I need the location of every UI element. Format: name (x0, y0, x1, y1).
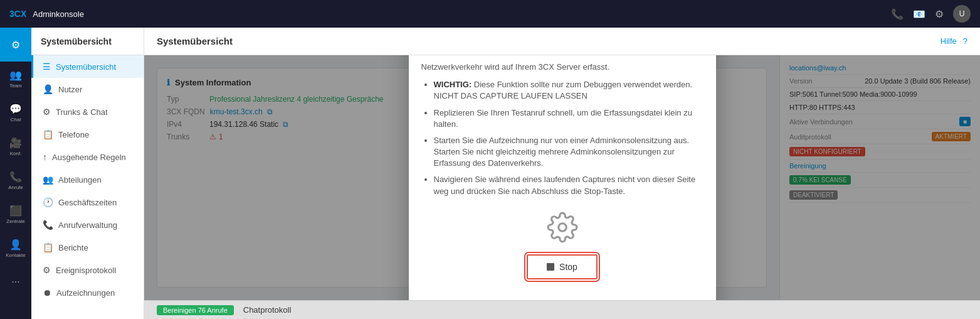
chat-icon: 💬 (9, 103, 22, 115)
geschaeftszeiten-icon: 🕐 (43, 197, 53, 207)
nav-sidebar: Systemübersicht ☰ Systemübersicht 👤 Nutz… (31, 28, 144, 319)
sidebar-icon-zentrale[interactable]: ⬛ Zentrale (0, 197, 31, 231)
sidebar-item-abteilungen[interactable]: 👥 Abteilungen (31, 168, 144, 191)
sidebar-item-label-ausgehende: Ausgehende Regeln (52, 153, 126, 162)
top-right-area: Hilfe ? (940, 36, 967, 46)
bottom-bar: Bereinigen 76 Anrufe Chatprotokoll (144, 300, 980, 319)
anrufe-icon-label: Anrufe (8, 185, 23, 190)
sidebar-item-trunks-chat[interactable]: ⚙ Trunks & Chat (31, 100, 144, 123)
sidebar-item-label-abteilungen: Abteilungen (58, 175, 102, 185)
stop-button-label: Stop (559, 262, 577, 272)
help-link[interactable]: Hilfe (940, 36, 957, 46)
sidebar-item-nutzer[interactable]: 👤 Nutzer (31, 78, 144, 100)
help-question-icon: ? (963, 36, 967, 46)
konf-icon: 🎥 (9, 137, 22, 149)
ereignis-icon: ⚙ (43, 265, 51, 275)
zentrale-icon: ⬛ (9, 205, 22, 217)
telefone-icon: 📋 (43, 129, 53, 139)
sidebar-item-berichte[interactable]: 📋 Berichte (31, 236, 144, 259)
sidebar-item-label-nutzer: Nutzer (58, 85, 82, 94)
sidebar-item-aufzeichnungen[interactable]: ⏺ Aufzeichnungen (31, 281, 144, 304)
phone-icon[interactable]: 📞 (891, 8, 904, 20)
sidebar-item-ereignisprotokoll[interactable]: ⚙ Ereignisprotokoll (31, 259, 144, 281)
modal-backdrop: Verkehr in Echtzeit erfassen × Netzwerkv… (144, 55, 980, 300)
chatprotokoll-label: Chatprotokoll (243, 305, 292, 315)
body-area: ⚙ 👥 Team 💬 Chat 🎥 Konf. 📞 Anrufe ⬛ Zentr… (0, 28, 980, 319)
modal-bullet-list: WICHTIG: Diese Funktion sollte nur zum D… (421, 79, 703, 197)
sidebar-icon-anrufe[interactable]: 📞 Anrufe (0, 163, 31, 197)
anrufe-icon: 📞 (9, 171, 22, 183)
icon-sidebar: ⚙ 👥 Team 💬 Chat 🎥 Konf. 📞 Anrufe ⬛ Zentr… (0, 28, 31, 319)
sidebar-item-label-geschaeftszeiten: Geschäftszeiten (58, 198, 117, 207)
modal-dialog: Verkehr in Echtzeit erfassen × Netzwerkv… (409, 55, 716, 300)
sidebar-icon-team[interactable]: 👥 Team (0, 62, 31, 95)
modal-gear-area (421, 202, 703, 249)
sidebar-icon-settings[interactable]: ⚙ (0, 28, 31, 62)
kontakte-icon: 👤 (9, 239, 22, 251)
sidebar-item-telefone[interactable]: 📋 Telefone (31, 123, 144, 146)
team-icon-label: Team (9, 83, 22, 89)
trunks-icon: ⚙ (43, 107, 51, 117)
gear-icon-svg (547, 212, 578, 243)
modal-bullet-3: Starten Sie die Aufzeichnung nur von ein… (434, 135, 703, 170)
header-icons: 📞 📧 ⚙ U (891, 5, 971, 23)
nav-sidebar-title: Systemübersicht (41, 36, 112, 46)
sidebar-item-geschaeftszeiten[interactable]: 🕐 Geschäftszeiten (31, 191, 144, 214)
voicemail-icon[interactable]: 📧 (913, 8, 925, 20)
sidebar-item-label-telefone: Telefone (58, 130, 89, 139)
modal-body: Netzwerkverkehr wird auf Ihrem 3CX Serve… (409, 55, 716, 300)
page-title: Systemübersicht (157, 36, 233, 46)
sidebar-icon-kontakte[interactable]: 👤 Kontakte (0, 231, 31, 265)
sidebar-item-anrufverwaltung[interactable]: 📞 Anrufverwaltung (31, 214, 144, 236)
systemuebersicht-icon: ☰ (43, 62, 51, 72)
brand-name: Adminkonsole (33, 9, 84, 19)
svg-point-0 (558, 224, 566, 232)
nav-sidebar-header: Systemübersicht (31, 28, 144, 55)
app-header: 3CX Adminkonsole 📞 📧 ⚙ U (0, 0, 980, 28)
sidebar-icon-more[interactable]: ··· (0, 265, 31, 299)
user-avatar[interactable]: U (953, 5, 971, 23)
konf-icon-label: Konf. (10, 151, 22, 156)
modal-description: Netzwerkverkehr wird auf Ihrem 3CX Serve… (421, 62, 703, 72)
stop-square-icon (547, 263, 554, 271)
modal-bullet-2: Replizieren Sie Ihren Testanruf schnell,… (434, 107, 703, 130)
modal-bullet-1-strong: WICHTIG: (434, 80, 472, 89)
sidebar-item-label-systemuebersicht: Systemübersicht (56, 62, 116, 72)
sidebar-item-label-aufzeichnungen: Aufzeichnungen (56, 288, 115, 298)
sidebar-icon-konf[interactable]: 🎥 Konf. (0, 129, 31, 163)
settings-icon[interactable]: ⚙ (935, 8, 944, 20)
berichte-icon: 📋 (43, 242, 53, 252)
settings-gear-icon: ⚙ (11, 39, 20, 51)
sidebar-item-label-ereignis: Ereignisprotokoll (56, 266, 116, 275)
top-bar: Systemübersicht Hilfe ? (144, 28, 980, 55)
sidebar-icon-chat[interactable]: 💬 Chat (0, 95, 31, 129)
nutzer-icon: 👤 (43, 84, 53, 94)
aufzeichnungen-icon: ⏺ (43, 288, 51, 298)
sidebar-item-label-trunks: Trunks & Chat (56, 107, 108, 117)
kontakte-icon-label: Kontakte (6, 252, 26, 258)
brand-logo: 3CX (9, 9, 26, 19)
modal-stop-area: Stop (421, 249, 703, 289)
modal-bullet-1-text: Diese Funktion sollte nur zum Debuggen v… (434, 80, 693, 100)
more-icon: ··· (11, 276, 19, 288)
sidebar-item-label-anrufverwaltung: Anrufverwaltung (58, 220, 117, 230)
sidebar-item-systemuebersicht[interactable]: ☰ Systemübersicht (31, 55, 144, 78)
sidebar-item-label-berichte: Berichte (58, 243, 88, 252)
ausgehende-icon: ↑ (43, 152, 47, 162)
app-layout: 3CX Adminkonsole 📞 📧 ⚙ U ⚙ 👥 Team 💬 Chat (0, 0, 980, 319)
modal-bullet-4: Navigieren Sie während eines laufenden C… (434, 174, 703, 197)
zentrale-icon-label: Zentrale (6, 219, 24, 224)
stop-button[interactable]: Stop (527, 254, 598, 279)
modal-bullet-1: WICHTIG: Diese Funktion sollte nur zum D… (434, 79, 703, 102)
bereinigen-button[interactable]: Bereinigen 76 Anrufe (157, 305, 234, 315)
team-icon: 👥 (9, 69, 22, 81)
chat-icon-label: Chat (11, 117, 21, 122)
anrufverwaltung-icon: 📞 (43, 220, 53, 230)
abteilungen-icon: 👥 (43, 175, 53, 185)
sidebar-item-ausgehende-regeln[interactable]: ↑ Ausgehende Regeln (31, 146, 144, 168)
